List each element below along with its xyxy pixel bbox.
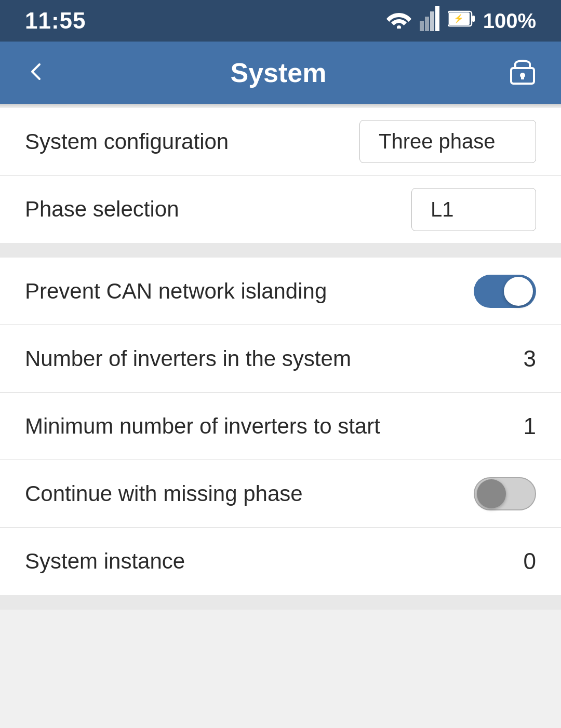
section-can-settings: Prevent CAN network islanding Number of … — [0, 258, 561, 595]
min-inverters-value[interactable]: 1 — [524, 413, 536, 439]
continue-missing-phase-knob — [477, 479, 506, 508]
wifi-icon — [386, 9, 411, 33]
svg-rect-4 — [435, 6, 439, 31]
status-icons: ⚡ 100% — [386, 6, 536, 36]
num-inverters-row: Number of inverters in the system 3 — [0, 325, 561, 393]
continue-missing-phase-toggle[interactable] — [474, 477, 536, 510]
num-inverters-value[interactable]: 3 — [524, 346, 536, 372]
svg-rect-2 — [425, 17, 429, 31]
svg-rect-3 — [430, 11, 434, 31]
phase-selection-label: Phase selection — [25, 197, 179, 222]
phase-selection-row: Phase selection L1 — [0, 176, 561, 243]
back-button[interactable] — [21, 52, 52, 94]
svg-rect-11 — [521, 75, 524, 79]
page-title: System — [52, 57, 505, 88]
svg-text:⚡: ⚡ — [453, 14, 464, 23]
svg-point-0 — [397, 25, 401, 29]
system-instance-row: System instance 0 — [0, 528, 561, 595]
continue-missing-phase-label: Continue with missing phase — [25, 481, 303, 506]
phase-selection-value: L1 — [431, 198, 454, 221]
system-configuration-row: System configuration Three phase — [0, 108, 561, 176]
prevent-can-row: Prevent CAN network islanding — [0, 258, 561, 325]
system-instance-value[interactable]: 0 — [524, 548, 536, 574]
app-bar: System — [0, 42, 561, 104]
prevent-can-toggle-knob — [504, 277, 533, 306]
system-configuration-label: System configuration — [25, 129, 229, 154]
prevent-can-label: Prevent CAN network islanding — [25, 279, 327, 304]
content: System configuration Three phase Phase s… — [0, 108, 561, 610]
status-bar: 11:55 ⚡ — [0, 0, 561, 42]
num-inverters-label: Number of inverters in the system — [25, 346, 351, 371]
min-inverters-row: Minimum number of inverters to start 1 — [0, 393, 561, 460]
bottom-divider — [0, 595, 561, 610]
status-time: 11:55 — [25, 8, 86, 34]
app-bar-shadow — [0, 104, 561, 108]
section-divider — [0, 243, 561, 258]
prevent-can-toggle[interactable] — [474, 275, 536, 308]
battery-icon: ⚡ — [448, 9, 475, 33]
continue-missing-phase-row: Continue with missing phase — [0, 460, 561, 528]
lock-icon[interactable] — [505, 50, 540, 95]
system-configuration-select[interactable]: Three phase — [359, 120, 536, 163]
min-inverters-label: Minimum number of inverters to start — [25, 414, 380, 439]
phase-selection-select[interactable]: L1 — [411, 188, 536, 231]
svg-rect-7 — [472, 16, 475, 22]
battery-percent: 100% — [483, 9, 536, 33]
system-configuration-value: Three phase — [379, 130, 496, 153]
system-instance-label: System instance — [25, 549, 185, 574]
signal-icon — [420, 6, 439, 36]
section-system-config: System configuration Three phase Phase s… — [0, 108, 561, 243]
svg-rect-1 — [420, 21, 424, 31]
